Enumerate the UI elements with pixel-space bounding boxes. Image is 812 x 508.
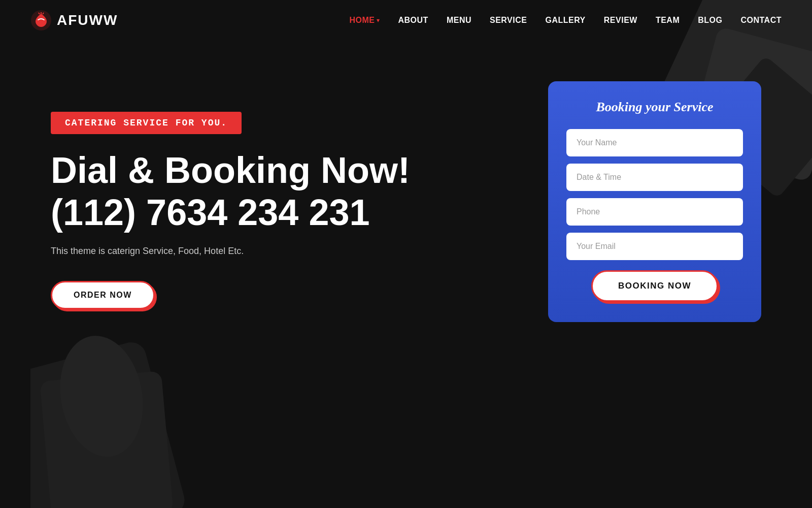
nav-item-about[interactable]: ABOUT — [398, 16, 428, 25]
nav-item-home[interactable]: HOME ▾ — [349, 16, 380, 25]
hero-title-line2: (112) 7634 234 231 — [51, 192, 370, 233]
nav-item-contact[interactable]: CONTACT — [740, 16, 782, 25]
order-now-button[interactable]: ORDER NOW — [51, 281, 155, 309]
nav-link-about[interactable]: ABOUT — [398, 16, 428, 24]
logo-text: AFUWW — [57, 12, 118, 28]
nav-item-gallery[interactable]: GALLERY — [545, 16, 585, 25]
booking-form-title: Booking your Service — [566, 100, 743, 115]
nav-link-contact[interactable]: CONTACT — [740, 16, 782, 24]
logo[interactable]: AFUWW — [30, 10, 118, 31]
nav-link-blog[interactable]: BLOG — [698, 16, 722, 24]
hero-title-line1: Dial & Booking Now! — [51, 150, 410, 190]
navbar: AFUWW HOME ▾ ABOUT MENU SERVICE GALLERY … — [0, 0, 812, 41]
catering-badge: CATERING SERVICE FOR YOU. — [51, 112, 242, 134]
chevron-down-icon: ▾ — [377, 17, 380, 24]
nav-link-home[interactable]: HOME — [349, 16, 375, 25]
logo-icon — [30, 10, 52, 31]
nav-item-team[interactable]: TEAM — [656, 16, 680, 25]
nav-link-menu[interactable]: MENU — [447, 16, 471, 24]
nav-item-blog[interactable]: BLOG — [698, 16, 722, 25]
hero-subtitle: This theme is caterign Service, Food, Ho… — [51, 246, 548, 257]
booking-card: Booking your Service BOOKING NOW — [548, 81, 761, 322]
datetime-input[interactable] — [566, 164, 743, 191]
email-input[interactable] — [566, 233, 743, 260]
hero-title: Dial & Booking Now! (112) 7634 234 231 — [51, 149, 548, 234]
hero-section: CATERING SERVICE FOR YOU. Dial & Booking… — [0, 41, 812, 508]
nav-links: HOME ▾ ABOUT MENU SERVICE GALLERY REVIEW… — [349, 16, 782, 25]
nav-item-review[interactable]: REVIEW — [604, 16, 637, 25]
name-input[interactable] — [566, 129, 743, 156]
booking-form-wrapper: Booking your Service BOOKING NOW — [548, 81, 761, 322]
nav-link-gallery[interactable]: GALLERY — [545, 16, 585, 24]
hero-left: CATERING SERVICE FOR YOU. Dial & Booking… — [51, 71, 548, 309]
nav-item-menu[interactable]: MENU — [447, 16, 471, 25]
phone-input[interactable] — [566, 198, 743, 226]
nav-link-review[interactable]: REVIEW — [604, 16, 637, 24]
nav-link-team[interactable]: TEAM — [656, 16, 680, 24]
nav-link-service[interactable]: SERVICE — [490, 16, 527, 24]
nav-item-service[interactable]: SERVICE — [490, 16, 527, 25]
booking-now-button[interactable]: BOOKING NOW — [591, 270, 718, 302]
